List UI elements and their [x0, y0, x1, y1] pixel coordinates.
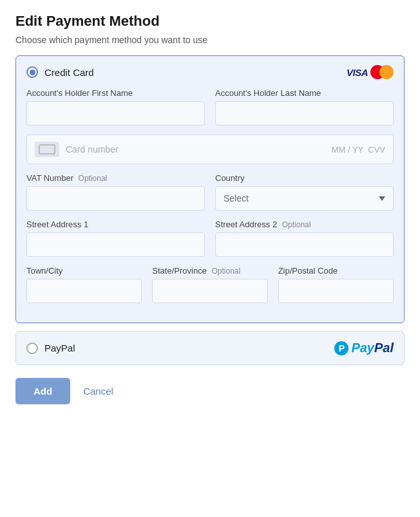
zip-code-group: Zip/Postal Code	[278, 266, 394, 303]
country-select[interactable]: Select United States United Kingdom Cana…	[215, 186, 394, 211]
mc-orange-circle	[379, 65, 394, 79]
paypal-pal: Pal	[374, 341, 394, 355]
last-name-input[interactable]	[215, 101, 394, 126]
credit-card-label: Credit Card	[44, 67, 94, 78]
paypal-radio[interactable]	[26, 343, 38, 354]
street-address-1-label: Street Address 1	[26, 220, 205, 229]
town-city-label: Town/City	[26, 266, 142, 276]
name-row: Account's Holder First Name Account's Ho…	[26, 88, 394, 126]
state-province-input[interactable]	[152, 279, 267, 303]
credit-card-header-left: Credit Card	[26, 66, 94, 78]
paypal-header-left: PayPal	[26, 343, 75, 354]
town-city-input[interactable]	[26, 279, 142, 303]
paypal-text: PayPal	[351, 341, 394, 355]
card-mmyy: MM / YY CVV	[332, 145, 385, 155]
credit-card-form: Account's Holder First Name Account's Ho…	[16, 88, 404, 323]
page-subtitle: Choose which payment method you want to …	[15, 35, 405, 45]
card-icon-inner	[39, 144, 55, 155]
vat-number-group: VAT Number Optional	[26, 173, 205, 211]
city-state-zip-row: Town/City State/Province Optional Zip/Po…	[26, 266, 394, 303]
action-buttons: Add Cancel	[15, 378, 405, 404]
paypal-label: PayPal	[44, 343, 75, 353]
card-number-field[interactable]: Card number MM / YY CVV	[26, 135, 394, 164]
town-city-group: Town/City	[26, 266, 142, 303]
street-address-1-input[interactable]	[26, 232, 205, 257]
first-name-input[interactable]	[26, 101, 205, 126]
paypal-icon: P	[334, 341, 348, 355]
first-name-group: Account's Holder First Name	[26, 88, 205, 126]
state-province-label: State/Province Optional	[152, 266, 267, 276]
paypal-pay: Pay	[351, 341, 374, 355]
mastercard-logo	[370, 65, 394, 79]
last-name-group: Account's Holder Last Name	[215, 88, 394, 126]
card-number-placeholder: Card number	[66, 144, 325, 155]
card-brand-logos: VISA	[347, 65, 394, 79]
paypal-header: PayPal P PayPal	[16, 332, 404, 364]
card-number-row: Card number MM / YY CVV	[26, 135, 394, 164]
street-address-1-group: Street Address 1	[26, 220, 205, 257]
street-address-2-group: Street Address 2 Optional	[215, 220, 394, 257]
paypal-logo: P PayPal	[334, 341, 394, 355]
visa-logo: VISA	[347, 67, 368, 78]
vat-number-label: VAT Number Optional	[26, 173, 205, 183]
paypal-option: PayPal P PayPal	[15, 331, 405, 365]
zip-code-label: Zip/Postal Code	[278, 266, 394, 276]
card-icon	[35, 142, 59, 157]
vat-number-input[interactable]	[26, 186, 205, 211]
vat-country-row: VAT Number Optional Country Select Unite…	[26, 173, 394, 211]
street-address-2-label: Street Address 2 Optional	[215, 220, 394, 229]
state-province-group: State/Province Optional	[152, 266, 267, 303]
country-label: Country	[215, 173, 394, 183]
credit-card-radio[interactable]	[26, 66, 38, 78]
page-title: Edit Payment Method	[15, 13, 405, 30]
credit-card-header: Credit Card VISA	[16, 56, 404, 88]
country-group: Country Select United States United King…	[215, 173, 394, 211]
add-button[interactable]: Add	[15, 378, 70, 404]
zip-code-input[interactable]	[278, 279, 394, 303]
credit-card-option: Credit Card VISA Account's Holder First …	[15, 55, 405, 323]
street-address-row: Street Address 1 Street Address 2 Option…	[26, 220, 394, 257]
cancel-button[interactable]: Cancel	[83, 386, 113, 397]
first-name-label: Account's Holder First Name	[26, 88, 205, 98]
street-address-2-input[interactable]	[215, 232, 394, 257]
last-name-label: Account's Holder Last Name	[215, 88, 394, 98]
